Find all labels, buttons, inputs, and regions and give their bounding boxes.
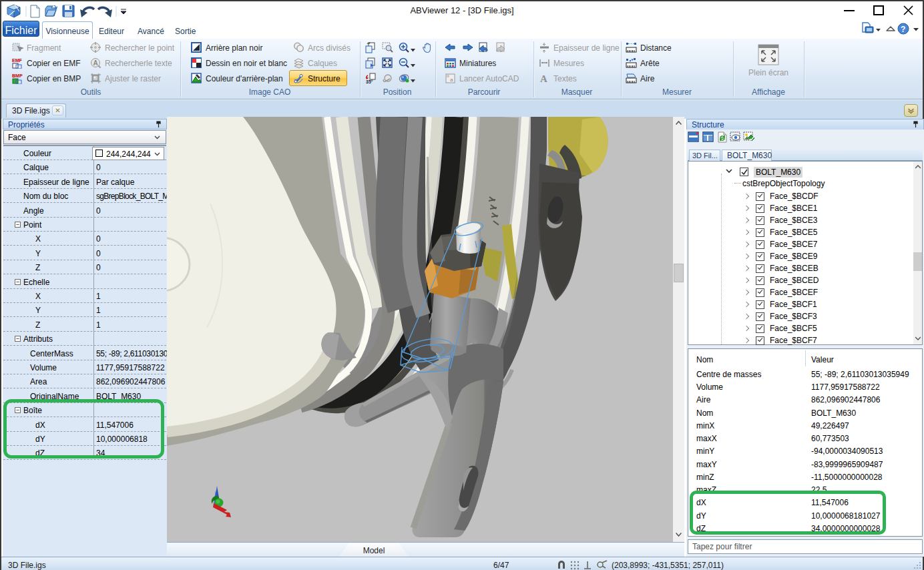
svg-text:?: ? [901, 25, 905, 34]
svg-text:BMP: BMP [12, 73, 23, 78]
svg-text:a: a [450, 77, 453, 83]
svg-text:EMF: EMF [12, 58, 23, 63]
svg-text:A: A [93, 59, 98, 67]
svg-text:35°: 35° [366, 79, 373, 84]
svg-text:A: A [540, 73, 547, 84]
